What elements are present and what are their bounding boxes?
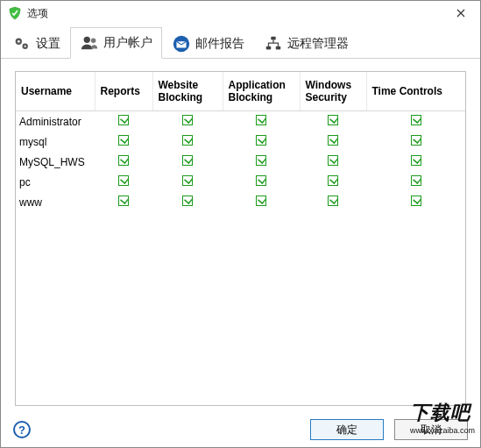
tab-label: 邮件报告 <box>195 36 244 52</box>
checkbox[interactable] <box>182 155 193 166</box>
svg-point-1 <box>18 40 20 43</box>
check-cell <box>300 152 366 172</box>
cancel-button[interactable]: 取消 <box>394 419 468 440</box>
check-cell <box>95 132 152 152</box>
checkbox[interactable] <box>118 155 129 166</box>
close-icon <box>456 9 465 18</box>
check-cell <box>152 152 223 172</box>
check-cell <box>95 152 152 172</box>
checkbox[interactable] <box>411 196 421 206</box>
checkbox[interactable] <box>256 115 266 125</box>
mail-icon <box>172 34 191 53</box>
checkbox[interactable] <box>328 155 338 166</box>
tab-label: 用户帐户 <box>103 35 152 51</box>
username-cell: MySQL_HWS <box>16 152 95 172</box>
col-windows-security[interactable]: Windows Security <box>300 72 366 111</box>
checkbox[interactable] <box>182 196 193 206</box>
svg-point-5 <box>91 39 96 44</box>
check-cell <box>223 132 300 152</box>
checkbox[interactable] <box>328 196 338 206</box>
table-row[interactable]: pc <box>16 172 465 192</box>
table-row[interactable]: MySQL_HWS <box>16 152 465 172</box>
titlebar-left: 选项 <box>8 6 48 21</box>
col-reports[interactable]: Reports <box>95 72 152 111</box>
table-row[interactable]: www <box>16 192 465 212</box>
help-button[interactable]: ? <box>13 421 31 438</box>
check-cell <box>152 111 223 132</box>
checkbox[interactable] <box>411 155 421 166</box>
tab-settings[interactable]: 设置 <box>3 28 70 59</box>
dialog-footer: ? 确定 取消 <box>1 412 480 447</box>
check-cell <box>223 152 300 172</box>
tab-mail-report[interactable]: 邮件报告 <box>162 28 254 59</box>
tab-remote-manager[interactable]: 远程管理器 <box>254 28 358 59</box>
checkbox[interactable] <box>411 175 421 186</box>
content-area: Username Reports Website Blocking Applic… <box>1 59 480 413</box>
checkbox[interactable] <box>256 175 266 186</box>
check-cell <box>223 172 300 192</box>
check-cell <box>300 192 366 212</box>
check-cell <box>366 192 465 212</box>
checkbox[interactable] <box>118 175 129 186</box>
checkbox[interactable] <box>411 135 421 146</box>
check-cell <box>366 132 465 152</box>
check-cell <box>95 172 152 192</box>
close-button[interactable] <box>449 4 473 22</box>
tabbar: 设置 用户帐户 邮件报告 远程管理器 <box>1 25 480 59</box>
col-application-blocking[interactable]: Application Blocking <box>223 72 300 111</box>
network-icon <box>264 34 283 53</box>
checkbox[interactable] <box>118 135 129 146</box>
checkbox[interactable] <box>118 115 129 125</box>
users-table: Username Reports Website Blocking Applic… <box>16 72 465 212</box>
check-cell <box>300 111 366 132</box>
tab-label: 远程管理器 <box>287 36 349 52</box>
ok-button[interactable]: 确定 <box>310 419 384 440</box>
check-cell <box>95 192 152 212</box>
checkbox[interactable] <box>256 155 266 166</box>
username-cell: www <box>16 192 95 212</box>
gears-icon <box>12 34 32 53</box>
svg-rect-9 <box>266 46 272 50</box>
username-cell: mysql <box>16 132 95 152</box>
window-title: 选项 <box>27 6 48 21</box>
users-table-frame: Username Reports Website Blocking Applic… <box>15 71 466 406</box>
col-time-controls[interactable]: Time Controls <box>366 72 465 111</box>
svg-rect-8 <box>271 37 276 40</box>
check-cell <box>366 111 465 132</box>
check-cell <box>300 132 366 152</box>
check-cell <box>152 132 223 152</box>
checkbox[interactable] <box>182 175 193 186</box>
checkbox[interactable] <box>328 115 338 125</box>
username-cell: pc <box>16 172 95 192</box>
app-shield-icon <box>8 6 22 20</box>
check-cell <box>366 152 465 172</box>
question-icon: ? <box>18 423 25 437</box>
col-website-blocking[interactable]: Website Blocking <box>152 72 223 111</box>
check-cell <box>152 172 223 192</box>
check-cell <box>95 111 152 132</box>
checkbox[interactable] <box>328 175 338 186</box>
checkbox[interactable] <box>328 135 338 146</box>
checkbox[interactable] <box>411 115 421 125</box>
checkbox[interactable] <box>182 135 193 146</box>
username-cell: Administrator <box>16 111 95 132</box>
tab-user-accounts[interactable]: 用户帐户 <box>70 27 162 59</box>
table-row[interactable]: mysql <box>16 132 465 152</box>
check-cell <box>366 172 465 192</box>
checkbox[interactable] <box>256 135 266 146</box>
checkbox[interactable] <box>118 196 129 206</box>
check-cell <box>300 172 366 192</box>
check-cell <box>223 111 300 132</box>
table-row[interactable]: Administrator <box>16 111 465 132</box>
col-username[interactable]: Username <box>16 72 95 111</box>
table-header-row: Username Reports Website Blocking Applic… <box>16 72 465 111</box>
check-cell <box>152 192 223 212</box>
svg-point-4 <box>84 37 90 43</box>
check-cell <box>223 192 300 212</box>
checkbox[interactable] <box>256 196 266 206</box>
tab-label: 设置 <box>36 36 60 52</box>
svg-point-3 <box>25 46 26 47</box>
users-icon <box>80 33 99 53</box>
checkbox[interactable] <box>182 115 193 125</box>
svg-rect-10 <box>276 46 281 50</box>
